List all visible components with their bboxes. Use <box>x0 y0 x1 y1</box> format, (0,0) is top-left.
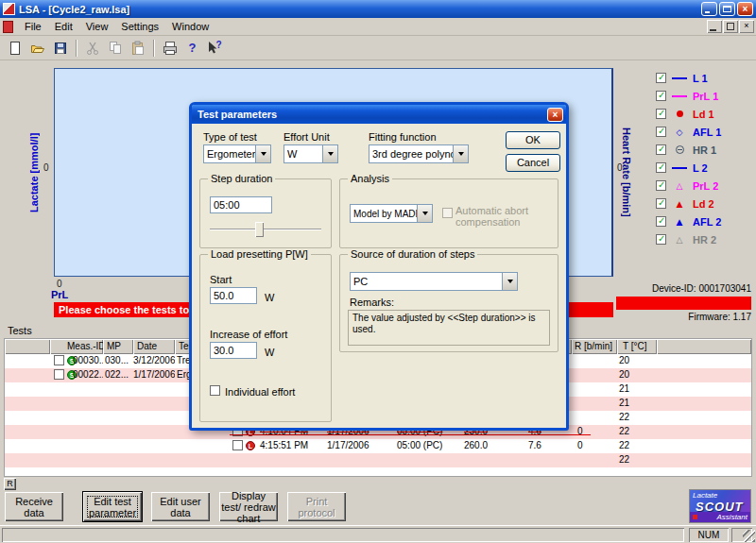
maximize-button[interactable] <box>719 2 735 16</box>
legend-checkbox[interactable] <box>656 180 666 191</box>
dropdown-arrow-icon[interactable] <box>453 145 468 162</box>
table-cell: 05:00 (PC) <box>397 440 442 450</box>
toolbar-separator <box>153 40 155 57</box>
legend-checkbox[interactable] <box>656 198 666 209</box>
receive-data-button[interactable]: Receive data <box>5 492 63 521</box>
cut-icon[interactable] <box>81 38 103 59</box>
fitting-function-select[interactable]: 3rd degree polynom <box>369 144 469 163</box>
copy-icon[interactable] <box>104 38 126 59</box>
legend-item-ld-1: Ld 1 <box>656 106 750 122</box>
header-blank[interactable] <box>5 339 50 354</box>
effort-unit-label: Effort Unit <box>284 131 330 143</box>
mdi-restore-button[interactable] <box>723 20 738 33</box>
legend-checkbox[interactable] <box>656 144 666 155</box>
display-test-button[interactable]: Display test/ redraw chart <box>219 492 278 521</box>
dropdown-arrow-icon[interactable] <box>322 145 337 162</box>
series-symbol-icon <box>670 110 689 117</box>
print-icon[interactable] <box>159 38 180 59</box>
step-duration-input[interactable]: 05:00 <box>210 196 272 213</box>
about-help-icon[interactable]: ? <box>181 38 203 59</box>
legend-checkbox[interactable] <box>656 73 666 83</box>
mdi-minimize-button[interactable] <box>707 20 722 33</box>
legend-checkbox[interactable] <box>656 234 666 245</box>
dialog-title-bar[interactable]: Test parameters × <box>192 105 566 124</box>
legend-checkbox[interactable] <box>656 127 666 137</box>
increase-input[interactable]: 30.0 <box>210 342 257 359</box>
increase-of-effort-label: Increase of effort <box>210 329 287 340</box>
ok-button[interactable]: OK <box>506 131 560 149</box>
open-file-icon[interactable] <box>26 38 48 59</box>
header-blank-end[interactable] <box>657 339 751 354</box>
legend-item-afl-1: ◇AFL 1 <box>656 124 750 140</box>
measurement-record-icon: L <box>246 441 255 450</box>
paste-icon[interactable] <box>127 38 148 59</box>
series-symbol-icon: ◇ <box>670 127 689 137</box>
table-row[interactable]: L4:15:51 PM1/17/200605:00 (PC)260.07.602… <box>5 439 751 453</box>
menu-file[interactable]: File <box>18 19 48 34</box>
status-red-bar <box>616 297 751 310</box>
dropdown-arrow-icon[interactable] <box>417 205 432 222</box>
header-meas-id[interactable]: Meas.-ID <box>50 339 103 354</box>
legend-label: PrL 1 <box>693 91 718 102</box>
header-temperature[interactable]: T [°C] <box>617 339 657 354</box>
r-mini-button[interactable]: R <box>4 478 16 490</box>
header-date[interactable]: Date <box>133 339 175 354</box>
source-select[interactable]: PC <box>350 272 518 291</box>
cancel-button[interactable]: Cancel <box>506 154 560 172</box>
step-duration-slider-track[interactable] <box>210 229 321 230</box>
legend-checkbox[interactable] <box>656 216 666 227</box>
close-button[interactable]: × <box>737 2 753 16</box>
legend-checkbox[interactable] <box>656 109 666 119</box>
document-icon[interactable] <box>3 21 13 33</box>
save-icon[interactable] <box>49 38 71 59</box>
header-hr[interactable]: R [b/min] <box>572 339 617 354</box>
dialog-close-icon[interactable]: × <box>547 108 563 122</box>
start-input[interactable]: 50.0 <box>210 287 257 304</box>
row-checkbox[interactable] <box>54 369 64 380</box>
step-duration-slider-thumb[interactable] <box>255 222 264 237</box>
menu-edit[interactable]: Edit <box>48 19 79 34</box>
row-checkbox[interactable] <box>54 355 64 365</box>
edit-user-data-button[interactable]: Edit user data <box>151 492 210 521</box>
toolbar-separator <box>76 40 77 57</box>
num-lock-indicator: NUM <box>689 528 729 542</box>
new-file-icon[interactable] <box>4 38 26 59</box>
type-of-test-select[interactable]: Ergometer <box>203 144 271 163</box>
table-cell: 20 <box>619 369 629 380</box>
legend-checkbox[interactable] <box>656 91 666 101</box>
individual-effort-checkbox[interactable] <box>210 385 220 396</box>
legend-item-hr-2: △HR 2 <box>656 231 750 247</box>
remarks-label: Remarks: <box>350 297 394 308</box>
minimize-button[interactable] <box>701 2 717 16</box>
step-duration-group-label: Step duration <box>208 173 275 184</box>
table-cell: 00022... <box>73 369 103 380</box>
menu-settings[interactable]: Settings <box>114 19 165 34</box>
edit-test-parameter-button[interactable]: Edit test parameter <box>83 492 142 521</box>
mdi-close-button[interactable]: × <box>739 20 754 33</box>
row-checkbox[interactable] <box>232 440 243 450</box>
menu-bar: File Edit View Settings Window × <box>0 18 756 36</box>
toolbar: ? ? <box>0 36 756 60</box>
dropdown-arrow-icon[interactable] <box>502 273 517 290</box>
header-mp[interactable]: MP <box>103 339 133 354</box>
analysis-model-select[interactable]: Model by MADER <box>350 204 433 223</box>
table-row[interactable]: 22 <box>5 453 751 467</box>
legend-checkbox[interactable] <box>656 162 666 173</box>
legend-item-prl-2: △PrL 2 <box>656 178 750 194</box>
dropdown-arrow-icon[interactable] <box>255 145 270 162</box>
legend-label: HR 1 <box>693 144 716 156</box>
menu-window[interactable]: Window <box>165 19 215 34</box>
automatic-abort-checkbox[interactable] <box>442 208 453 218</box>
context-help-icon[interactable]: ? <box>204 38 226 59</box>
table-cell: 00030... <box>73 355 103 365</box>
start-label: Start <box>210 274 232 285</box>
legend-label: HR 2 <box>693 234 716 246</box>
app-window: LSA - [Cycle2_raw.lsa] × File Edit View … <box>0 0 756 543</box>
print-protocol-button[interactable]: Print protocol <box>287 492 346 521</box>
menu-view[interactable]: View <box>79 19 115 34</box>
effort-unit-select[interactable]: W <box>284 144 338 163</box>
load-presetting-group-label: Load presetting P[W] <box>208 248 311 260</box>
x-axis-tick: 0 <box>57 279 62 289</box>
resize-grip[interactable] <box>743 530 755 542</box>
status-message-panel <box>2 528 684 542</box>
